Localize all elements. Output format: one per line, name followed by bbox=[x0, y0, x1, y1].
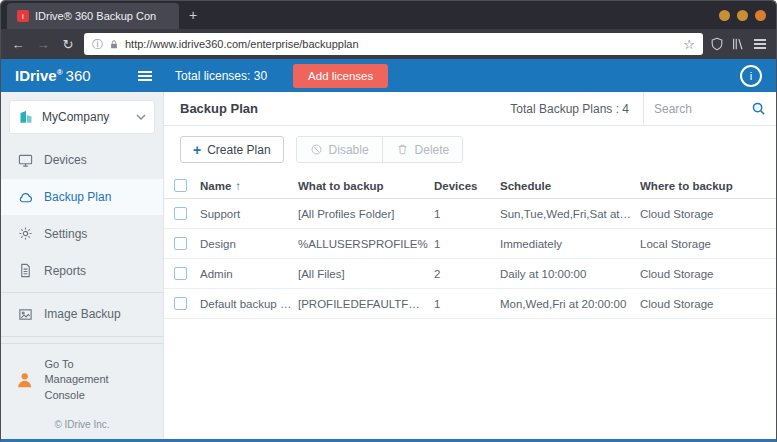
create-plan-button[interactable]: + Create Plan bbox=[180, 136, 284, 163]
sidebar-item-settings[interactable]: Settings bbox=[1, 215, 163, 252]
sort-asc-icon: ↑ bbox=[235, 180, 241, 192]
plan-what: [PROFILEDEFAULTFOLDERS] bbox=[298, 298, 434, 310]
row-checkbox[interactable] bbox=[174, 267, 187, 280]
sidebar: MyCompany Devices Backup Plan bbox=[1, 92, 163, 439]
row-checkbox[interactable] bbox=[174, 207, 187, 220]
account-avatar[interactable]: i bbox=[740, 65, 762, 87]
back-icon[interactable]: ← bbox=[9, 38, 27, 51]
person-icon bbox=[15, 370, 34, 390]
browser-tab[interactable]: i IDrive® 360 Backup Con bbox=[7, 3, 179, 29]
sidebar-item-reports[interactable]: Reports bbox=[1, 252, 163, 289]
column-header-what[interactable]: What to backup bbox=[298, 180, 434, 192]
plan-what: [All Profiles Folder] bbox=[298, 208, 434, 220]
column-header-where[interactable]: Where to backup bbox=[640, 180, 776, 192]
bookmark-star-icon[interactable]: ☆ bbox=[683, 37, 695, 52]
search-input[interactable] bbox=[654, 102, 745, 116]
row-checkbox[interactable] bbox=[174, 237, 187, 250]
plan-devices: 1 bbox=[434, 298, 500, 310]
plan-schedule: Daily at 10:00:00 bbox=[500, 268, 640, 280]
search-box bbox=[643, 92, 776, 125]
plan-where: Cloud Storage bbox=[640, 298, 776, 310]
sidebar-divider bbox=[1, 343, 163, 344]
window-controls bbox=[719, 10, 770, 21]
main-header: Backup Plan Total Backup Plans : 4 bbox=[164, 92, 776, 126]
management-console-label: Go To Management Console bbox=[44, 357, 149, 403]
sidebar-divider bbox=[1, 292, 163, 293]
column-header-devices[interactable]: Devices bbox=[434, 180, 500, 192]
page-title: Backup Plan bbox=[164, 101, 258, 116]
select-all-checkbox[interactable] bbox=[174, 179, 187, 192]
menu-icon[interactable] bbox=[752, 43, 768, 45]
sidebar-item-label: Devices bbox=[44, 153, 87, 167]
copyright-label: © IDrive Inc. bbox=[1, 413, 163, 439]
plus-icon: + bbox=[193, 142, 201, 158]
plan-devices: 1 bbox=[434, 208, 500, 220]
forward-icon[interactable]: → bbox=[34, 38, 52, 51]
close-button[interactable] bbox=[755, 10, 766, 21]
sidebar-item-devices[interactable]: Devices bbox=[1, 142, 163, 179]
browser-tab-bar: i IDrive® 360 Backup Con + bbox=[1, 1, 776, 29]
company-icon bbox=[18, 109, 34, 125]
new-tab-button[interactable]: + bbox=[189, 7, 197, 23]
tab-title: IDrive® 360 Backup Con bbox=[35, 10, 169, 22]
url-text: http://www.idrive360.com/enterprise/back… bbox=[125, 38, 677, 50]
plan-devices: 2 bbox=[434, 268, 500, 280]
reload-icon[interactable]: ↻ bbox=[59, 38, 77, 51]
company-selector[interactable]: MyCompany bbox=[9, 100, 155, 134]
plan-where: Local Storage bbox=[640, 238, 776, 250]
table-row[interactable]: Design %ALLUSERSPROFILE% 1 Immediately L… bbox=[164, 229, 776, 259]
sidebar-divider bbox=[1, 336, 163, 337]
browser-nav-bar: ← → ↻ ⓘ http://www.idrive360.com/enterpr… bbox=[1, 29, 776, 59]
plan-name: Default backup plan bbox=[200, 298, 298, 310]
plan-where: Cloud Storage bbox=[640, 208, 776, 220]
management-console-link[interactable]: Go To Management Console bbox=[1, 347, 163, 413]
row-checkbox[interactable] bbox=[174, 297, 187, 310]
plan-schedule: Mon,Wed,Fri at 20:00:00 bbox=[500, 298, 640, 310]
disable-button[interactable]: Disable bbox=[297, 137, 382, 162]
app-header: IDrive®360 Total licenses: 30 Add licens… bbox=[1, 59, 776, 92]
site-info-icon[interactable]: ⓘ bbox=[92, 37, 103, 52]
add-licenses-button[interactable]: Add licenses bbox=[293, 64, 388, 88]
plan-devices: 1 bbox=[434, 238, 500, 250]
sidebar-item-label: Settings bbox=[44, 227, 87, 241]
table-header-row: Name↑ What to backup Devices Schedule Wh… bbox=[164, 173, 776, 199]
plan-name: Design bbox=[200, 238, 298, 250]
search-icon[interactable] bbox=[751, 101, 766, 116]
cloud-icon bbox=[18, 190, 33, 205]
sidebar-item-backup-plan[interactable]: Backup Plan bbox=[1, 179, 163, 216]
bulk-actions-group: Disable Delete bbox=[296, 136, 464, 163]
toolbar: + Create Plan Disable Delete bbox=[164, 126, 776, 173]
main-content: Backup Plan Total Backup Plans : 4 + Cre… bbox=[163, 92, 776, 439]
idrive-logo: IDrive®360 bbox=[1, 67, 127, 84]
plan-what: %ALLUSERSPROFILE% bbox=[298, 238, 434, 250]
sidebar-item-image-backup[interactable]: Image Backup bbox=[1, 296, 163, 333]
backup-plans-table: Name↑ What to backup Devices Schedule Wh… bbox=[164, 173, 776, 439]
table-row[interactable]: Admin [All Files] 2 Daily at 10:00:00 Cl… bbox=[164, 259, 776, 289]
report-icon bbox=[18, 263, 33, 278]
sidebar-item-label: Backup Plan bbox=[44, 190, 111, 204]
library-icon[interactable] bbox=[731, 37, 745, 51]
plan-schedule: Sun,Tue,Wed,Fri,Sat at 06:00:00 bbox=[500, 208, 640, 220]
browser-window: i IDrive® 360 Backup Con + ← → ↻ ⓘ http:… bbox=[0, 0, 777, 442]
sidebar-toggle-icon[interactable] bbox=[127, 75, 163, 77]
table-row[interactable]: Support [All Profiles Folder] 1 Sun,Tue,… bbox=[164, 199, 776, 229]
plan-name: Support bbox=[200, 208, 298, 220]
shield-icon[interactable] bbox=[710, 37, 724, 51]
plan-what: [All Files] bbox=[298, 268, 434, 280]
total-backup-plans-label: Total Backup Plans : 4 bbox=[510, 102, 643, 116]
url-bar[interactable]: ⓘ http://www.idrive360.com/enterprise/ba… bbox=[84, 33, 703, 55]
trash-icon bbox=[396, 143, 409, 156]
plan-schedule: Immediately bbox=[500, 238, 640, 250]
logo-reg: ® bbox=[57, 68, 63, 77]
company-name: MyCompany bbox=[42, 110, 128, 124]
column-header-schedule[interactable]: Schedule bbox=[500, 180, 640, 192]
delete-button[interactable]: Delete bbox=[382, 137, 463, 162]
maximize-button[interactable] bbox=[737, 10, 748, 21]
minimize-button[interactable] bbox=[719, 10, 730, 21]
column-header-name[interactable]: Name↑ bbox=[200, 180, 298, 192]
sidebar-item-label: Reports bbox=[44, 264, 86, 278]
disable-icon bbox=[310, 143, 323, 156]
table-row[interactable]: Default backup plan [PROFILEDEFAULTFOLDE… bbox=[164, 289, 776, 319]
plan-where: Cloud Storage bbox=[640, 268, 776, 280]
image-icon bbox=[18, 307, 33, 322]
